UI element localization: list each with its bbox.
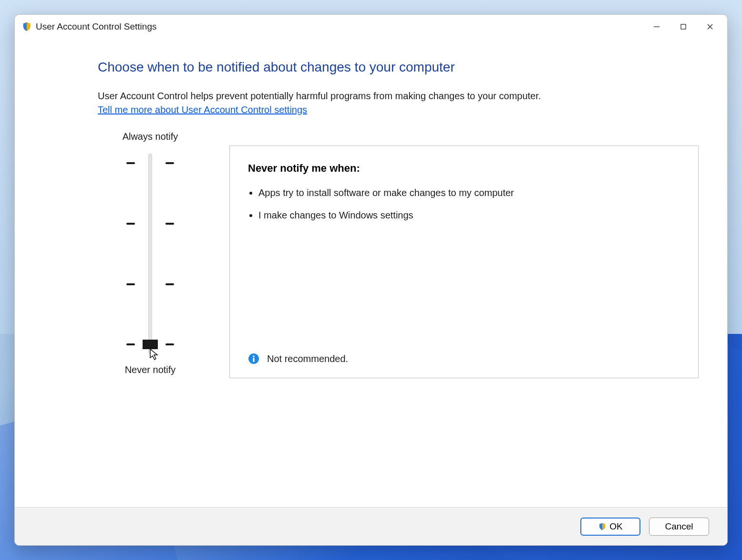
detail-bullet: I make changes to Windows settings (258, 208, 680, 222)
slider-bottom-label: Never notify (125, 364, 176, 375)
notification-slider-column: Always notify Never notify (98, 131, 203, 375)
cancel-button-label: Cancel (665, 521, 693, 532)
page-heading: Choose when to be notified about changes… (98, 60, 699, 75)
cancel-button[interactable]: Cancel (649, 518, 709, 536)
info-icon (248, 353, 259, 364)
slider-thumb[interactable] (143, 340, 158, 349)
description-text: User Account Control helps prevent poten… (98, 89, 699, 103)
uac-settings-window: User Account Control Settings Choose whe… (14, 14, 728, 546)
maximize-button[interactable] (670, 17, 697, 36)
shield-icon (598, 522, 607, 531)
shield-icon (21, 21, 32, 32)
window-title: User Account Control Settings (36, 21, 156, 32)
svg-rect-1 (681, 24, 686, 29)
status-text: Not recommended. (267, 353, 348, 364)
cursor-icon (149, 348, 159, 361)
content-area: Choose when to be notified about changes… (15, 39, 727, 507)
ok-button-label: OK (609, 521, 622, 532)
level-detail-panel: Never notify me when: Apps try to instal… (229, 145, 699, 378)
button-bar: OK Cancel (15, 507, 727, 545)
svg-rect-6 (253, 358, 254, 362)
ok-button[interactable]: OK (580, 518, 640, 536)
detail-bullet: Apps try to install software or make cha… (258, 186, 680, 200)
slider-top-label: Always notify (123, 131, 178, 142)
svg-point-5 (253, 355, 255, 357)
minimize-button[interactable] (643, 17, 670, 36)
help-link[interactable]: Tell me more about User Account Control … (98, 103, 307, 117)
detail-heading: Never notify me when: (248, 162, 680, 175)
close-button[interactable] (697, 17, 723, 36)
notification-level-slider[interactable] (126, 154, 174, 354)
titlebar: User Account Control Settings (15, 15, 727, 39)
